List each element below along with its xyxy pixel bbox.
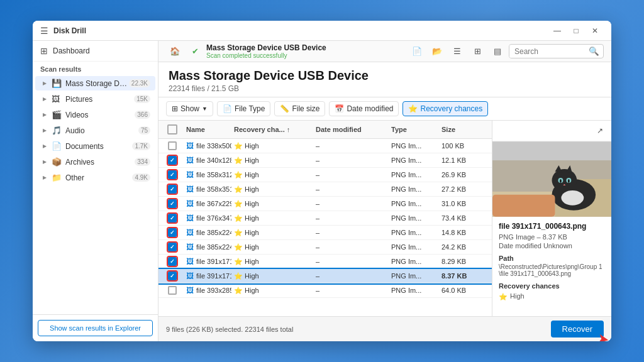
row-checkbox[interactable] — [168, 286, 177, 295]
main-toolbar: ⊞ Show ▼ 📄 File Type 📏 File size 📅 Date … — [158, 97, 611, 121]
row-checkbox-cell[interactable] — [161, 226, 184, 239]
row-checkbox-cell[interactable] — [161, 240, 184, 254]
new-file-icon[interactable]: 📄 — [408, 44, 426, 59]
archives-icon: 📦 — [52, 157, 62, 167]
row-recovery: ⭐High — [231, 270, 313, 283]
row-checkbox[interactable] — [168, 257, 177, 266]
search-button[interactable]: 🔍 — [585, 45, 603, 58]
row-checkbox[interactable] — [168, 185, 177, 194]
scan-results-label: Scan results — [33, 62, 158, 75]
folder-icon[interactable]: 📂 — [428, 44, 446, 59]
show-button[interactable]: ⊞ Show ▼ — [166, 101, 213, 116]
sidebar-header[interactable]: ⊞ Dashboard — [33, 41, 158, 62]
table-row[interactable]: 🖼file 358x312_00...⭐High–PNG Im...26.9 K… — [158, 168, 492, 182]
row-checkbox[interactable] — [168, 243, 177, 251]
nav-scan-status: Scan completed successfully — [206, 52, 406, 59]
preview-recovery-value: High — [510, 292, 525, 300]
row-checkbox-cell[interactable] — [161, 197, 184, 211]
row-checkbox[interactable] — [168, 156, 177, 165]
show-label: Show — [180, 104, 199, 113]
row-checkbox-cell[interactable] — [161, 168, 184, 182]
file-size-button[interactable]: 📏 File size — [274, 101, 325, 116]
sidebar-item-documents[interactable]: ▶ 📄 Documents 1.7K — [35, 139, 155, 153]
row-checkbox[interactable] — [168, 199, 177, 208]
row-checkbox[interactable] — [168, 170, 177, 179]
header-name[interactable]: Name — [184, 121, 231, 138]
row-type: PNG Im... — [389, 270, 439, 282]
row-size: 64.0 KB — [439, 284, 489, 297]
recover-button[interactable]: Recover — [551, 321, 604, 337]
row-checkbox-cell[interactable] — [161, 269, 184, 283]
table-row[interactable]: 🖼file 376x347_00...⭐High–PNG Im...73.4 K… — [158, 211, 492, 226]
row-type: PNG Im... — [389, 241, 439, 253]
search-input[interactable] — [509, 45, 585, 58]
nav-bar: 🏠 ✔ Mass Storage Device USB Device Scan … — [158, 41, 611, 62]
row-size: 73.4 KB — [439, 212, 489, 224]
table-row[interactable]: 🖼file 385x224_00...⭐High–PNG Im...14.8 K… — [158, 226, 492, 240]
table-row[interactable]: 🖼file 393x285_00...⭐High–PNG Im...64.0 K… — [158, 283, 492, 298]
file-type-icon: 🖼 — [186, 141, 194, 150]
table-row[interactable]: 🖼file 338x500_00...⭐High–PNG Im...100 KB — [158, 139, 492, 153]
sidebar-item-count: 75 — [138, 126, 150, 134]
file-type-icon: 🖼 — [186, 286, 194, 295]
sidebar-item-archives[interactable]: ▶ 📦 Archives 334 — [35, 155, 155, 169]
row-checkbox[interactable] — [168, 141, 177, 150]
row-checkbox[interactable] — [168, 214, 177, 222]
recovery-chances-button[interactable]: ⭐ Recovery chances — [402, 101, 488, 116]
sidebar-item-label: Documents — [65, 142, 132, 151]
table-row[interactable]: 🖼file 340x128_00...⭐High–PNG Im...12.1 K… — [158, 153, 492, 168]
minimize-button[interactable]: — — [548, 24, 566, 38]
sidebar-item-other[interactable]: ▶ 📁 Other 4.9K — [35, 170, 155, 185]
show-scan-button[interactable]: Show scan results in Explorer — [38, 320, 153, 336]
header-type[interactable]: Type — [389, 121, 439, 138]
home-button[interactable]: 🏠 — [166, 44, 184, 59]
row-checkbox-cell[interactable] — [161, 211, 184, 225]
header-recovery[interactable]: Recovery cha... ↑ — [231, 121, 313, 138]
maximize-button[interactable]: □ — [567, 24, 585, 38]
file-type-icon: 🖼 — [186, 199, 194, 208]
date-modified-button[interactable]: 📅 Date modified — [329, 101, 399, 116]
videos-icon: 🎬 — [52, 110, 62, 119]
row-checkbox-cell[interactable] — [161, 139, 184, 153]
row-name: 🖼file 367x229_00... — [184, 197, 231, 211]
svg-point-11 — [560, 179, 562, 183]
file-size-icon: 📏 — [280, 104, 289, 113]
close-button[interactable]: ✕ — [586, 24, 604, 38]
status-text: 9 files (226 KB) selected. 22314 files t… — [166, 326, 293, 333]
sidebar-item-device[interactable]: ▶ 💾 Mass Storage Device U... 22.3K — [35, 76, 155, 90]
row-type: PNG Im... — [389, 140, 439, 152]
details-view-icon[interactable]: ▤ — [489, 44, 506, 59]
row-date: – — [313, 226, 389, 239]
sidebar-item-pictures[interactable]: ▶ 🖼 Pictures 15K — [35, 92, 155, 106]
app-name: Disk Drill — [53, 26, 86, 35]
row-checkbox[interactable] — [168, 228, 177, 237]
device-subtitle: 22314 files / 21.5 GB — [169, 84, 601, 93]
list-view-icon[interactable]: ☰ — [448, 44, 466, 59]
header-checkbox-cell[interactable] — [161, 121, 184, 138]
row-size: 14.8 KB — [439, 226, 489, 239]
table-row[interactable]: 🖼file 367x229_00...⭐High–PNG Im...31.0 K… — [158, 197, 492, 211]
nav-device-title: Mass Storage Device USB Device — [206, 43, 406, 52]
table-row[interactable]: 🖼file 358x351_00...⭐High–PNG Im...27.2 K… — [158, 182, 492, 197]
row-checkbox[interactable] — [168, 272, 177, 280]
table-row[interactable]: 🖼file 391x171_00...⭐High–PNG Im...8.37 K… — [158, 269, 492, 283]
file-type-button[interactable]: 📄 File Type — [217, 101, 270, 116]
sidebar-item-videos[interactable]: ▶ 🎬 Videos 366 — [35, 107, 155, 122]
row-checkbox-cell[interactable] — [161, 182, 184, 196]
hamburger-icon[interactable]: ☰ — [40, 26, 48, 36]
open-external-icon[interactable]: ↗ — [591, 123, 609, 138]
file-type-icon: 🖼 — [186, 243, 194, 251]
row-checkbox-cell[interactable] — [161, 283, 184, 297]
grid-view-icon[interactable]: ⊞ — [469, 44, 486, 59]
table-row[interactable]: 🖼file 385x224_00...⭐High–PNG Im...24.2 K… — [158, 240, 492, 255]
filter-icon: ⊞ — [172, 104, 178, 113]
row-checkbox-cell[interactable] — [161, 153, 184, 167]
row-checkbox-cell[interactable] — [161, 255, 184, 268]
header-size[interactable]: Size — [439, 121, 489, 138]
row-name: 🖼file 385x224_00... — [184, 240, 231, 254]
table-row[interactable]: 🖼file 391x171_00...⭐High–PNG Im...8.29 K… — [158, 255, 492, 269]
sidebar-item-audio[interactable]: ▶ 🎵 Audio 75 — [35, 123, 155, 138]
header-checkbox[interactable] — [167, 124, 177, 134]
header-date[interactable]: Date modified — [313, 121, 389, 138]
preview-panel: ↗ — [492, 121, 611, 316]
